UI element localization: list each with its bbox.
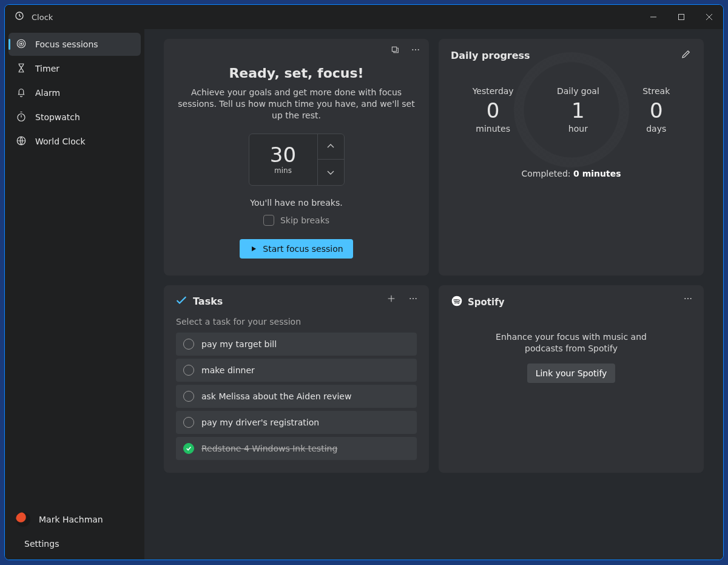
- metric-goal: Daily goal 1 hour: [557, 86, 599, 134]
- sidebar: Focus sessionsTimerAlarmStopwatchWorld C…: [5, 29, 144, 560]
- settings-button[interactable]: Settings: [5, 532, 144, 556]
- sidebar-item-label: Stopwatch: [35, 112, 80, 122]
- task-checkbox[interactable]: [183, 365, 194, 376]
- user-account[interactable]: Mark Hachman: [5, 507, 144, 532]
- svg-point-17: [687, 298, 689, 299]
- focus-description: Achieve your goals and get more done wit…: [176, 87, 417, 121]
- completed-text: Completed: 0 minutes: [451, 169, 692, 178]
- start-button-label: Start focus session: [263, 244, 343, 254]
- task-checkbox[interactable]: [183, 391, 194, 402]
- link-spotify-button[interactable]: Link your Spotify: [527, 364, 616, 383]
- task-label: ask Melissa about the Aiden review: [201, 391, 351, 401]
- task-checkbox[interactable]: [183, 339, 194, 350]
- duration-unit: mins: [274, 166, 292, 175]
- app-icon: [15, 11, 24, 23]
- svg-point-12: [410, 298, 411, 299]
- svg-rect-8: [392, 47, 396, 51]
- increase-button[interactable]: [318, 134, 344, 160]
- metric-yesterday: Yesterday 0 minutes: [473, 86, 514, 134]
- skip-breaks-checkbox[interactable]: [263, 215, 274, 226]
- task-label: Redstone 4 Windows Ink testing: [201, 444, 337, 453]
- task-item[interactable]: ask Melissa about the Aiden review: [176, 385, 417, 408]
- globe-icon: [16, 135, 27, 148]
- avatar: [16, 512, 30, 527]
- titlebar: Clock: [5, 5, 723, 29]
- skip-breaks-label: Skip breaks: [280, 215, 329, 225]
- spotify-card: Spotify Enhance your focus with music an…: [439, 285, 704, 473]
- bell-icon: [16, 87, 27, 100]
- settings-label: Settings: [24, 539, 59, 549]
- svg-point-16: [684, 298, 686, 299]
- spotify-icon: [451, 295, 463, 310]
- sidebar-item-label: Timer: [35, 64, 59, 73]
- sidebar-item-label: World Clock: [35, 137, 86, 146]
- focus-title: Ready, set, focus!: [176, 66, 417, 81]
- sidebar-item-timer[interactable]: Timer: [8, 57, 141, 80]
- task-label: pay my target bill: [201, 339, 277, 349]
- task-item[interactable]: make dinner: [176, 359, 417, 382]
- task-item[interactable]: Redstone 4 Windows Ink testing: [176, 437, 417, 460]
- app-title: Clock: [32, 13, 53, 22]
- spotify-description: Enhance your focus with music and podcas…: [493, 331, 650, 354]
- svg-rect-1: [679, 15, 684, 20]
- sidebar-item-stopwatch[interactable]: Stopwatch: [8, 106, 141, 129]
- app-window: Clock Focus sessionsTimerAlarmStopwatchW…: [4, 4, 724, 560]
- progress-title: Daily progress: [451, 50, 530, 61]
- metric-streak: Streak 0 days: [642, 86, 670, 134]
- keep-on-top-icon[interactable]: [390, 45, 400, 57]
- maximize-button[interactable]: [667, 5, 695, 29]
- sidebar-item-alarm[interactable]: Alarm: [8, 81, 141, 104]
- svg-point-13: [413, 298, 414, 299]
- more-icon[interactable]: [408, 294, 418, 306]
- target-icon: [16, 38, 27, 51]
- tasks-hint: Select a task for your session: [176, 317, 417, 326]
- progress-card: Daily progress Yesterday 0 minutes Daily…: [439, 39, 704, 276]
- add-task-button[interactable]: [386, 294, 396, 306]
- minimize-button[interactable]: [639, 5, 667, 29]
- spotify-title: Spotify: [468, 297, 504, 308]
- svg-point-10: [415, 49, 416, 50]
- task-item[interactable]: pay my driver's registration: [176, 411, 417, 434]
- start-focus-button[interactable]: Start focus session: [240, 239, 352, 259]
- more-icon[interactable]: [411, 45, 420, 57]
- more-icon[interactable]: [683, 294, 693, 306]
- svg-point-9: [412, 49, 413, 50]
- sidebar-item-world-clock[interactable]: World Clock: [8, 130, 141, 153]
- breaks-hint: You'll have no breaks.: [176, 198, 417, 208]
- duration-value: 30: [270, 144, 296, 165]
- sidebar-item-focus-sessions[interactable]: Focus sessions: [8, 33, 141, 56]
- sidebar-item-label: Alarm: [35, 88, 60, 98]
- tasks-title: Tasks: [193, 296, 223, 307]
- duration-display[interactable]: 30 mins: [249, 134, 317, 185]
- sidebar-item-label: Focus sessions: [35, 39, 98, 49]
- task-label: make dinner: [201, 365, 255, 375]
- close-button[interactable]: [695, 5, 723, 29]
- svg-point-14: [416, 298, 417, 299]
- focus-card: Ready, set, focus! Achieve your goals an…: [164, 39, 429, 276]
- hourglass-icon: [16, 63, 27, 75]
- task-item[interactable]: pay my target bill: [176, 333, 417, 356]
- user-name: Mark Hachman: [39, 515, 103, 524]
- decrease-button[interactable]: [318, 160, 344, 185]
- tasks-icon: [176, 295, 187, 308]
- stopwatch-icon: [16, 111, 27, 124]
- task-checkbox[interactable]: [183, 417, 194, 428]
- edit-icon[interactable]: [681, 49, 692, 62]
- task-checkbox[interactable]: [183, 443, 194, 454]
- task-label: pay my driver's registration: [201, 418, 319, 427]
- tasks-card: Tasks Select a task for your session pay…: [164, 285, 429, 473]
- duration-picker: 30 mins: [249, 134, 345, 186]
- svg-point-18: [690, 298, 692, 299]
- main-content: Ready, set, focus! Achieve your goals an…: [144, 29, 723, 560]
- svg-point-4: [21, 42, 22, 44]
- svg-point-11: [418, 49, 419, 50]
